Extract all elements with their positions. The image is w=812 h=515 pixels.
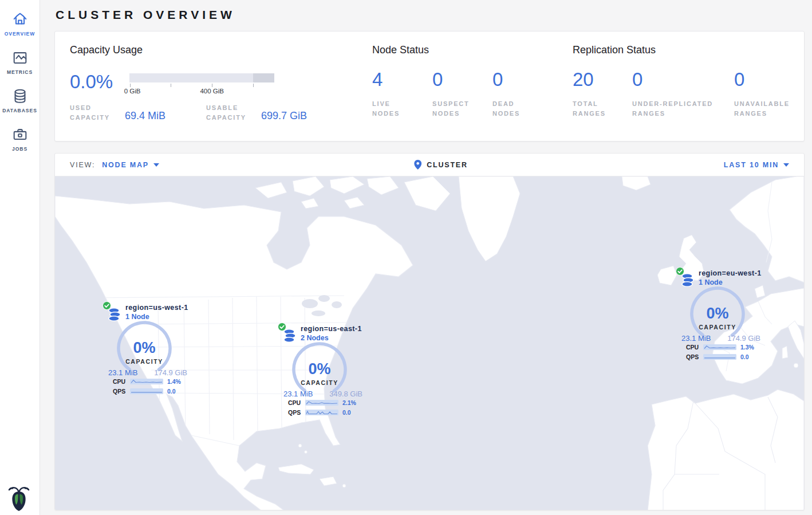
- gauge-percent: 0%: [677, 305, 758, 323]
- node-region-label: region=us-west-1: [125, 304, 190, 312]
- map-toolbar: VIEW: NODE MAP CLUSTER LAST 10 MIN: [55, 154, 804, 176]
- cpu-label: CPU: [288, 399, 305, 406]
- capacity-used-percent: 0.0%: [70, 69, 129, 95]
- replication-status-section: Replication Status 20 TOTAL RANGES 0 UND…: [573, 44, 804, 141]
- capacity-bar-axis: 0 GiB 400 GiB: [129, 87, 274, 95]
- metrics-chart-icon: [11, 49, 29, 66]
- page-title: CLUSTER OVERVIEW: [56, 8, 805, 22]
- gauge-capacity-label: CAPACITY: [279, 379, 360, 386]
- capacity-bar-track: [129, 73, 274, 82]
- home-icon: [11, 11, 29, 28]
- unavailable-ranges-stat: 0 UNAVAILABLE RANGES: [734, 70, 801, 119]
- sidebar: OVERVIEW METRICS DATABASES JO: [0, 0, 40, 515]
- gauge-capacity-label: CAPACITY: [677, 324, 758, 331]
- cpu-metric-row: CPU 1.3%: [686, 344, 754, 351]
- view-selector-value: NODE MAP: [102, 161, 149, 169]
- breadcrumb[interactable]: CLUSTER: [414, 160, 468, 170]
- node-badge-header: region=us-west-1 1 Node: [104, 300, 190, 321]
- cpu-label: CPU: [686, 344, 703, 351]
- qps-metric-row: QPS 0.0: [686, 353, 749, 360]
- cpu-label: CPU: [113, 378, 130, 385]
- qps-sparkline: [305, 410, 338, 415]
- cpu-metric-row: CPU 1.4%: [113, 378, 181, 385]
- sidebar-item-overview[interactable]: OVERVIEW: [0, 5, 40, 44]
- capacity-bar: 0 GiB 400 GiB: [129, 69, 274, 95]
- dead-nodes-stat: 0 DEAD NODES: [492, 70, 553, 119]
- sidebar-item-label: METRICS: [7, 69, 33, 75]
- under-replicated-label: UNDER-REPLICATED RANGES: [632, 99, 724, 119]
- qps-value: 0.0: [342, 409, 351, 416]
- qps-metric-row: QPS 0.0: [288, 409, 351, 416]
- sidebar-item-label: JOBS: [12, 146, 27, 152]
- cpu-sparkline: [130, 379, 163, 384]
- world-map: region=us-west-1 1 Node 0% CAPACITY 23.1…: [55, 176, 804, 510]
- cpu-sparkline: [305, 400, 338, 406]
- node-total-capacity: 349.8 GiB: [329, 390, 362, 398]
- map-pin-icon: [414, 160, 421, 170]
- view-selector[interactable]: NODE MAP: [102, 161, 159, 169]
- view-label: VIEW:: [70, 161, 95, 169]
- live-nodes-label: LIVE NODES: [372, 99, 413, 119]
- unavailable-ranges-label: UNAVAILABLE RANGES: [734, 99, 801, 119]
- suspect-nodes-label: SUSPECT NODES: [432, 99, 474, 119]
- node-total-capacity: 174.9 GiB: [154, 368, 187, 377]
- qps-value: 0.0: [167, 388, 176, 395]
- node-used-capacity: 23.1 MiB: [681, 334, 711, 343]
- node-count-link[interactable]: 2 Nodes: [301, 334, 365, 342]
- node-count-link[interactable]: 1 Node: [699, 278, 763, 286]
- node-badge-header: region=us-east-1 2 Nodes: [279, 321, 365, 342]
- live-nodes-stat: 4 LIVE NODES: [372, 70, 432, 119]
- node-region-label: region=eu-west-1: [699, 269, 763, 277]
- chevron-down-icon: [153, 163, 159, 167]
- capacity-usage-section: Capacity Usage 0.0% 0 GiB 400 Gi: [70, 44, 372, 141]
- breadcrumb-label: CLUSTER: [427, 161, 468, 169]
- time-range-value: LAST 10 MIN: [724, 161, 779, 169]
- qps-metric-row: QPS 0.0: [113, 388, 176, 395]
- cpu-sparkline: [703, 344, 736, 350]
- node-badge-us-east-1[interactable]: region=us-east-1 2 Nodes 0% CAPACITY 23.…: [279, 321, 365, 419]
- node-status-title: Node Status: [372, 44, 573, 56]
- qps-value: 0.0: [740, 353, 749, 360]
- qps-sparkline: [130, 388, 163, 394]
- qps-label: QPS: [686, 353, 703, 360]
- capacity-bar-reserved-segment: [253, 73, 274, 82]
- database-icon: [11, 88, 29, 105]
- usable-capacity-label: USABLE CAPACITY: [206, 103, 261, 123]
- sidebar-item-databases[interactable]: DATABASES: [0, 82, 40, 120]
- under-replicated-stat: 0 UNDER-REPLICATED RANGES: [632, 70, 734, 119]
- axis-tick-label: 400 GiB: [200, 88, 224, 95]
- live-nodes-value: 4: [372, 70, 432, 89]
- replication-status-title: Replication Status: [573, 44, 804, 56]
- used-capacity-value: 69.4 MiB: [125, 110, 206, 123]
- cpu-value: 1.4%: [167, 378, 181, 385]
- main-content: CLUSTER OVERVIEW Capacity Usage 0.0%: [40, 0, 812, 510]
- node-badge-eu-west-1[interactable]: region=eu-west-1 1 Node 0% CAPACITY 23.1…: [677, 266, 763, 363]
- gauge-percent: 0%: [104, 339, 185, 357]
- cpu-value: 2.1%: [342, 399, 356, 406]
- capacity-usage-title: Capacity Usage: [70, 44, 372, 56]
- time-range-selector[interactable]: LAST 10 MIN: [724, 161, 789, 169]
- node-badge-us-west-1[interactable]: region=us-west-1 1 Node 0% CAPACITY 23.1…: [104, 300, 190, 398]
- suspect-nodes-value: 0: [432, 70, 492, 89]
- node-map-panel: VIEW: NODE MAP CLUSTER LAST 10 MIN: [54, 153, 805, 510]
- cpu-value: 1.3%: [740, 344, 754, 351]
- dead-nodes-value: 0: [492, 70, 553, 89]
- cockroachdb-logo: [7, 484, 30, 512]
- under-replicated-value: 0: [632, 70, 734, 89]
- used-capacity-label: USED CAPACITY: [70, 103, 125, 123]
- axis-tick-label: 0 GiB: [124, 88, 141, 95]
- qps-sparkline: [703, 354, 736, 360]
- total-ranges-label: TOTAL RANGES: [573, 99, 613, 119]
- qps-label: QPS: [288, 409, 305, 416]
- cluster-summary-panel: Capacity Usage 0.0% 0 GiB 400 Gi: [54, 31, 805, 141]
- sidebar-nav: OVERVIEW METRICS DATABASES JO: [0, 0, 40, 159]
- sidebar-item-metrics[interactable]: METRICS: [0, 44, 40, 82]
- node-count-link[interactable]: 1 Node: [125, 313, 190, 321]
- usable-capacity-value: 699.7 GiB: [261, 110, 307, 123]
- sidebar-item-label: OVERVIEW: [5, 31, 36, 37]
- node-total-capacity: 174.9 GiB: [727, 334, 760, 343]
- node-used-capacity: 23.1 MiB: [108, 368, 137, 377]
- sidebar-item-jobs[interactable]: JOBS: [0, 120, 40, 159]
- map-land-africa: [648, 390, 804, 510]
- node-badge-header: region=eu-west-1 1 Node: [677, 266, 763, 286]
